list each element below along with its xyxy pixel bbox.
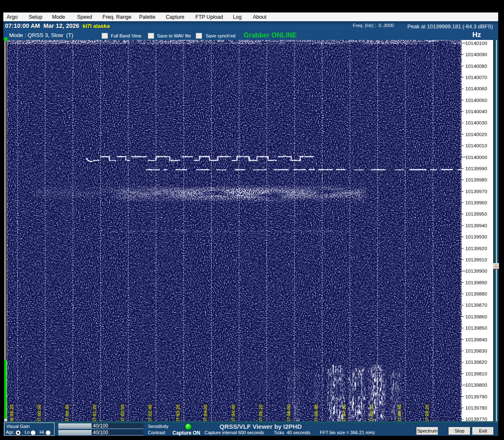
svg-text:07:05:20: 07:05:20 [258, 405, 263, 421]
svg-text:10140080: 10140080 [465, 63, 487, 69]
svg-text:10139990: 10139990 [465, 166, 487, 172]
svg-text:10140010: 10140010 [465, 143, 487, 149]
svg-text:10139910: 10139910 [465, 257, 487, 263]
svg-text:10140090: 10140090 [465, 52, 487, 57]
svg-text:10139820: 10139820 [465, 359, 487, 365]
svg-text:10139980: 10139980 [465, 177, 487, 183]
svg-text:10139840: 10139840 [465, 337, 487, 343]
svg-text:10139950: 10139950 [465, 211, 487, 217]
svg-text:07:02:00: 07:02:00 [120, 405, 125, 421]
svg-text:10140040: 10140040 [465, 109, 487, 114]
svg-text:10140030: 10140030 [465, 120, 487, 126]
svg-text:10139810: 10139810 [465, 371, 487, 377]
svg-text:07:00:00: 07:00:00 [37, 405, 42, 421]
svg-text:10139780: 10139780 [465, 405, 487, 411]
svg-text:10139890: 10139890 [465, 280, 487, 286]
svg-text:10139940: 10139940 [465, 223, 487, 229]
svg-text:10139970: 10139970 [465, 189, 487, 194]
svg-text:10139870: 10139870 [465, 302, 487, 308]
svg-text:07:04:40: 07:04:40 [231, 405, 236, 421]
svg-text:10139800: 10139800 [465, 382, 487, 388]
svg-text:10140000: 10140000 [465, 154, 487, 160]
svg-text:06:59:20: 06:59:20 [9, 405, 14, 421]
svg-text:10139830: 10139830 [465, 348, 487, 354]
svg-text:07:00:40: 07:00:40 [65, 405, 70, 421]
svg-text:10140060: 10140060 [465, 86, 487, 92]
svg-text:10139920: 10139920 [465, 246, 487, 251]
svg-text:07:01:20: 07:01:20 [92, 405, 97, 421]
svg-text:10140070: 10140070 [465, 75, 487, 80]
svg-text:10139900: 10139900 [465, 268, 487, 274]
svg-text:07:02:40: 07:02:40 [147, 405, 152, 421]
svg-text:10140050: 10140050 [465, 97, 487, 103]
svg-text:10140100: 10140100 [465, 40, 487, 46]
svg-text:10139860: 10139860 [465, 314, 487, 320]
svg-text:10139850: 10139850 [465, 325, 487, 331]
svg-text:10139880: 10139880 [465, 291, 487, 297]
svg-text:07:09:20: 07:09:20 [424, 405, 429, 421]
svg-text:07:03:20: 07:03:20 [175, 405, 180, 421]
svg-text:10140020: 10140020 [465, 132, 487, 137]
svg-text:10139790: 10139790 [465, 394, 487, 400]
svg-text:10139930: 10139930 [465, 234, 487, 240]
svg-text:07:04:00: 07:04:00 [203, 405, 208, 421]
svg-text:10139960: 10139960 [465, 200, 487, 206]
